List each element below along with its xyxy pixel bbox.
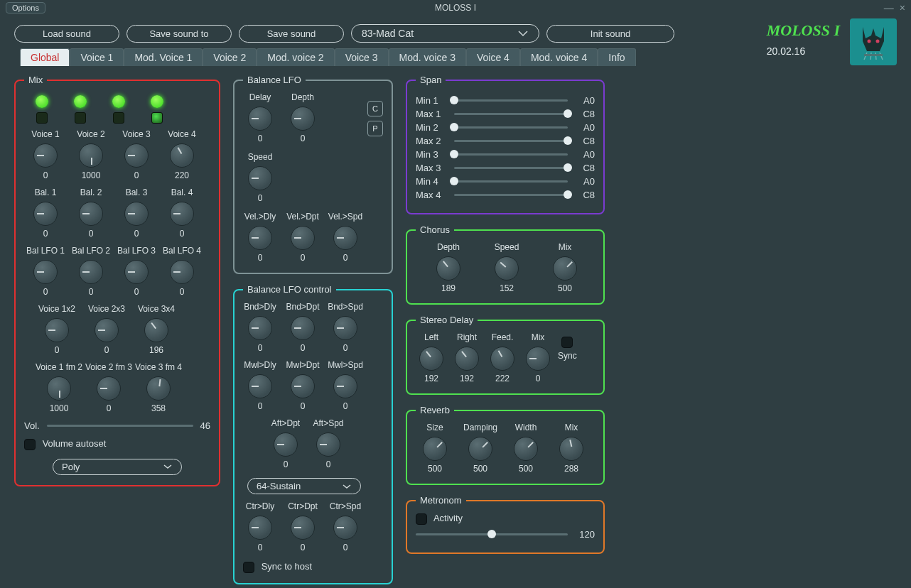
blfo-knob-1[interactable]	[291, 107, 315, 131]
voice-fm-knob-2[interactable]	[146, 376, 171, 401]
voice-level-knob-2[interactable]	[124, 143, 149, 168]
blfo-knob-2[interactable]	[248, 166, 272, 190]
voice-level-value-2: 0	[134, 170, 139, 180]
voice-level-knob-3[interactable]	[170, 143, 194, 168]
voice-led-3[interactable]	[112, 95, 125, 108]
brand-title: MOLOSS I	[767, 21, 840, 40]
span-row-1: Max 1C8	[416, 109, 595, 119]
delay-sync-check[interactable]	[561, 337, 573, 348]
voice-cross-knob-0[interactable]	[45, 318, 69, 342]
delay-knob-3[interactable]	[526, 347, 550, 371]
voice-led-1[interactable]	[36, 95, 48, 108]
chorus-knob-0[interactable]	[436, 256, 460, 281]
vol-slider[interactable]	[47, 425, 193, 427]
blfo-knob-0[interactable]	[248, 107, 272, 131]
chorus-knob-1[interactable]	[495, 256, 519, 281]
tab-info[interactable]: Info	[598, 48, 635, 66]
span-slider-7[interactable]	[454, 194, 568, 196]
balance-knob-0[interactable]	[33, 202, 58, 226]
balance-knob-1[interactable]	[79, 202, 103, 226]
minimize-icon[interactable]: —	[884, 2, 894, 13]
blfoc-ctr-label-1: Ctr>Dpt	[288, 501, 318, 513]
reverb-value-2: 500	[519, 464, 533, 474]
bal-lfo-amt-knob-2[interactable]	[124, 260, 149, 284]
save-sound-button[interactable]: Save sound	[239, 25, 344, 43]
metro-activity-check[interactable]	[416, 513, 427, 525]
tab-voice4[interactable]: Voice 4	[466, 48, 520, 66]
delay-knob-0[interactable]	[419, 347, 443, 371]
load-sound-button[interactable]: Load sound	[14, 25, 119, 43]
blfo-vel-knob-2[interactable]	[333, 226, 357, 250]
window-title: MOLOSS I	[435, 3, 476, 13]
preset-select[interactable]: 83-Mad Cat	[351, 24, 539, 43]
reverb-knob-2[interactable]	[514, 437, 538, 461]
blfoc-mwl-knob-0[interactable]	[248, 374, 272, 398]
delay-label-2: Feed.	[492, 332, 514, 344]
blfoc-ctr-knob-2[interactable]	[333, 516, 357, 540]
delay-knob-1[interactable]	[455, 347, 479, 371]
tab-voice3[interactable]: Voice 3	[335, 48, 389, 66]
tab-modvoice1[interactable]: Mod. Voice 1	[124, 48, 203, 66]
reverb-knob-1[interactable]	[468, 437, 492, 461]
delay-knob-2[interactable]	[490, 347, 514, 371]
span-slider-2[interactable]	[454, 126, 568, 129]
span-slider-3[interactable]	[454, 140, 568, 142]
voice-led-2[interactable]	[74, 95, 87, 108]
blfoc-bnd-knob-1[interactable]	[291, 316, 315, 340]
voice-fm-knob-1[interactable]	[97, 376, 121, 401]
balance-label-0: Bal. 1	[35, 187, 57, 199]
voice-level-knob-0[interactable]	[33, 143, 58, 168]
voice-ind-4[interactable]	[151, 112, 163, 124]
blfoc-bnd-knob-0[interactable]	[248, 316, 272, 340]
voice-ind-2[interactable]	[75, 112, 86, 124]
chorus-knob-2[interactable]	[553, 256, 577, 281]
span-slider-0[interactable]	[454, 99, 568, 102]
tab-modvoice2[interactable]: Mod. voice 2	[257, 48, 334, 66]
voice-ind-3[interactable]	[113, 112, 124, 124]
voice-level-knob-1[interactable]	[79, 143, 103, 168]
blfo-vel-knob-1[interactable]	[291, 226, 315, 250]
blfoc-aft-knob-0[interactable]	[274, 432, 298, 457]
controller-select[interactable]: 64-Sustain	[247, 478, 361, 494]
bal-lfo-amt-knob-3[interactable]	[170, 260, 194, 284]
blfoc-mwl-knob-2[interactable]	[333, 374, 357, 398]
span-slider-1[interactable]	[454, 113, 568, 115]
tab-voice1[interactable]: Voice 1	[70, 48, 124, 66]
blfo-p-button[interactable]: P	[367, 121, 383, 136]
blfoc-ctr-knob-1[interactable]	[291, 516, 315, 540]
voice-ind-1[interactable]	[36, 112, 48, 124]
balance-knob-2[interactable]	[124, 202, 149, 226]
blfoc-aft-knob-1[interactable]	[316, 432, 340, 457]
voice-led-4[interactable]	[151, 95, 163, 108]
bal-lfo-amt-knob-1[interactable]	[79, 260, 103, 284]
blfo-vel-knob-0[interactable]	[248, 226, 272, 250]
tab-modvoice4[interactable]: Mod. voice 4	[520, 48, 598, 66]
span-slider-5[interactable]	[454, 167, 568, 169]
init-sound-button[interactable]: Init sound	[546, 25, 674, 43]
span-slider-6[interactable]	[454, 180, 568, 183]
blfo-col-0: Delay0	[243, 92, 277, 143]
tab-global[interactable]: Global	[20, 48, 70, 66]
blfoc-mwl-knob-1[interactable]	[291, 374, 315, 398]
reverb-knob-0[interactable]	[423, 437, 447, 461]
bal-lfo-amt-knob-0[interactable]	[33, 260, 58, 284]
blfoc-bnd-knob-2[interactable]	[333, 316, 357, 340]
reverb-knob-3[interactable]	[559, 437, 583, 461]
sync-host-check[interactable]	[243, 562, 254, 573]
poly-select[interactable]: Poly	[53, 459, 182, 475]
span-slider-4[interactable]	[454, 153, 568, 156]
options-button[interactable]: Options	[6, 2, 45, 13]
blfoc-ctr-knob-0[interactable]	[248, 516, 272, 540]
voice-fm-knob-0[interactable]	[47, 376, 71, 401]
metro-slider[interactable]	[416, 533, 568, 535]
close-icon[interactable]: ×	[900, 2, 905, 13]
tab-modvoice3[interactable]: Mod. voice 3	[389, 48, 466, 66]
save-sound-to-button[interactable]: Save sound to	[126, 25, 232, 43]
tab-voice2[interactable]: Voice 2	[203, 48, 257, 66]
voice-cross-knob-2[interactable]	[144, 318, 168, 342]
voice-level-col-0: Voice 10	[24, 129, 67, 180]
voice-cross-knob-1[interactable]	[95, 318, 119, 342]
balance-knob-3[interactable]	[170, 202, 194, 226]
blfo-c-button[interactable]: C	[367, 101, 383, 116]
vol-autoset-check[interactable]	[24, 439, 36, 450]
